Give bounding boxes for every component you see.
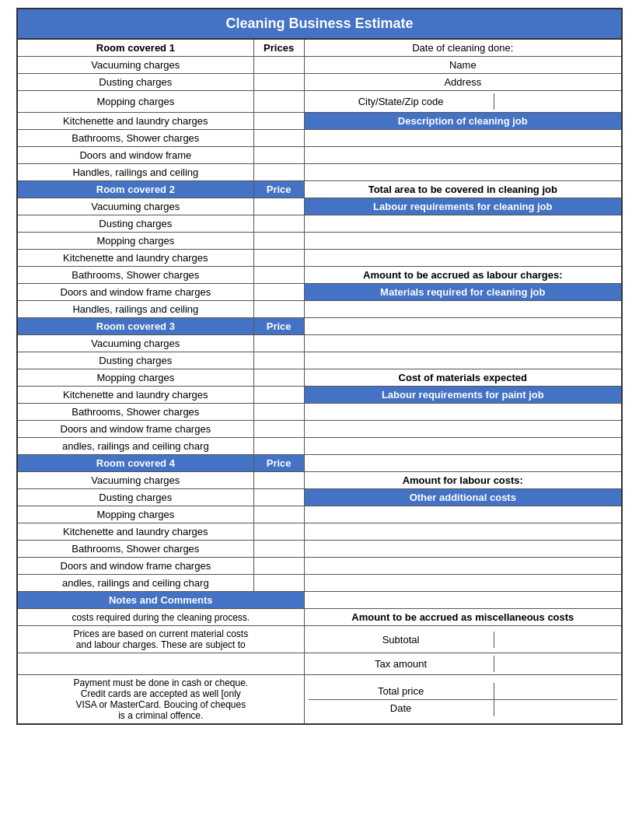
vacuuming-row-4: Vacuuming charges Amount for labour cost… [17, 472, 622, 489]
vacuuming-label-4: Vacuuming charges [17, 472, 253, 489]
vacuuming-price-3 [253, 335, 304, 352]
subtotal-label: Subtotal [309, 632, 494, 648]
tax-value [494, 656, 617, 672]
cost-materials-label: Cost of materials expected [304, 369, 622, 387]
dusting-row-4: Dusting charges Other additional costs [17, 489, 622, 506]
mopping-label-1: Mopping charges [17, 91, 253, 113]
vacuuming-price-4 [253, 472, 304, 489]
room1-header: Room covered 1 [17, 39, 253, 57]
dusting-label-3: Dusting charges [17, 352, 253, 369]
date-of-cleaning: Date of cleaning done: [304, 39, 622, 57]
handles-row-2: Handles, railings and ceiling [17, 301, 622, 318]
handles-label-2: Handles, railings and ceiling [17, 301, 253, 318]
notes-header: Notes and Comments [17, 592, 304, 609]
kitchenette-price-4 [253, 523, 304, 541]
dusting-price-4 [253, 489, 304, 506]
dusting-price-1 [253, 74, 304, 91]
doors-row-3: Doors and window frame charges [17, 421, 622, 438]
city-label: City/State/Zip code [309, 93, 494, 110]
name-label: Name [304, 57, 622, 74]
desc-area-1 [304, 130, 622, 147]
dusting-price-3 [253, 352, 304, 369]
total-and-date: Total price Date [304, 675, 622, 725]
other-costs-area-4 [304, 558, 622, 575]
kitchenette-label-4: Kitchenette and laundry charges [17, 523, 253, 541]
room2-header: Room covered 2 [17, 181, 253, 198]
handles-row-3: andles, railings and ceiling charg [17, 438, 622, 455]
kitchenette-label-1: Kitchenette and laundry charges [17, 113, 253, 130]
title-row: Cleaning Business Estimate [17, 9, 622, 39]
bathrooms-row-1: Bathrooms, Shower charges [17, 130, 622, 147]
bathrooms-row-4: Bathrooms, Shower charges [17, 541, 622, 558]
room2-header-row: Room covered 2 Price Total area to be co… [17, 181, 622, 198]
doors-row-1: Doors and window frame [17, 147, 622, 164]
misc-costs-label: Amount to be accrued as miscellaneous co… [304, 609, 622, 626]
dusting-label-2: Dusting charges [17, 215, 253, 233]
room3-header: Room covered 3 [17, 318, 253, 335]
bathrooms-label-4: Bathrooms, Shower charges [17, 541, 253, 558]
paint-area-2 [304, 421, 622, 438]
vacuuming-price-1 [253, 57, 304, 74]
bathrooms-price-3 [253, 404, 304, 421]
main-table: Cleaning Business Estimate Room covered … [16, 8, 623, 725]
bathrooms-price-4 [253, 541, 304, 558]
room4-header-row: Room covered 4 Price [17, 455, 622, 472]
bathrooms-price-1 [253, 130, 304, 147]
handles-price-3 [253, 438, 304, 455]
labour-paint-header: Labour requirements for paint job [304, 387, 622, 404]
labour-area-1 [304, 215, 622, 233]
total-inner-row: Total price [309, 683, 617, 700]
notes-text-2: Prices are based on current material cos… [17, 626, 304, 653]
mopping-price-3 [253, 369, 304, 387]
dusting-label-4: Dusting charges [17, 489, 253, 506]
total-area-label: Total area to be covered in cleaning job [304, 181, 622, 198]
subtotal-value [494, 632, 617, 648]
paint-area-1 [304, 404, 622, 421]
mopping-price-1 [253, 91, 304, 113]
materials-header: Materials required for cleaning job [304, 284, 622, 301]
date-label2: Date [309, 699, 494, 716]
notes-row-2: Prices are based on current material cos… [17, 626, 622, 653]
city-row: City/State/Zip code [304, 91, 622, 113]
doors-row-4: Doors and window frame charges [17, 558, 622, 575]
total-value [494, 683, 617, 700]
notes-payment: Payment must be done in cash or cheque. … [17, 675, 304, 725]
vacuuming-label-3: Vacuuming charges [17, 335, 253, 352]
notes-empty-row: Tax amount [17, 653, 622, 675]
handles-row-1: Handles, railings and ceiling [17, 164, 622, 181]
handles-price-2 [253, 301, 304, 318]
kitchenette-row-4: Kitchenette and laundry charges [17, 523, 622, 541]
address-label: Address [304, 74, 622, 91]
subtotal-row: Subtotal [304, 626, 622, 653]
room1-header-row: Room covered 1 Prices Date of cleaning d… [17, 39, 622, 57]
tax-inner-row: Tax amount [309, 656, 617, 672]
notes-header-row: Notes and Comments [17, 592, 622, 609]
tax-inner: Tax amount [309, 656, 617, 672]
room3-price-header: Price [253, 318, 304, 335]
dusting-row-3: Dusting charges [17, 352, 622, 369]
other-costs-header: Other additional costs [304, 489, 622, 506]
kitchenette-price-3 [253, 387, 304, 404]
labour-area-3 [304, 250, 622, 267]
materials-area-4 [304, 352, 622, 369]
labour-costs-label: Amount for labour costs: [304, 472, 622, 489]
mopping-label-4: Mopping charges [17, 506, 253, 523]
room2-price-header: Price [253, 181, 304, 198]
notes-payment-row: Payment must be done in cash or cheque. … [17, 675, 622, 725]
desc-area-2 [304, 147, 622, 164]
handles-label-1: Handles, railings and ceiling [17, 164, 253, 181]
doors-label-4: Doors and window frame charges [17, 558, 253, 575]
other-costs-area-1 [304, 506, 622, 523]
room3-header-row: Room covered 3 Price [17, 318, 622, 335]
mopping-row-1: Mopping charges City/State/Zip code [17, 91, 622, 113]
room4-price-header: Price [253, 455, 304, 472]
bathrooms-row-2: Bathrooms, Shower charges Amount to be a… [17, 267, 622, 284]
other-costs-area-6 [304, 592, 622, 609]
notes-empty [17, 653, 304, 675]
mopping-price-4 [253, 506, 304, 523]
room4-header: Room covered 4 [17, 455, 253, 472]
materials-area-2 [304, 318, 622, 335]
title: Cleaning Business Estimate [17, 9, 622, 39]
kitchenette-price-2 [253, 250, 304, 267]
tax-label: Tax amount [309, 656, 494, 672]
